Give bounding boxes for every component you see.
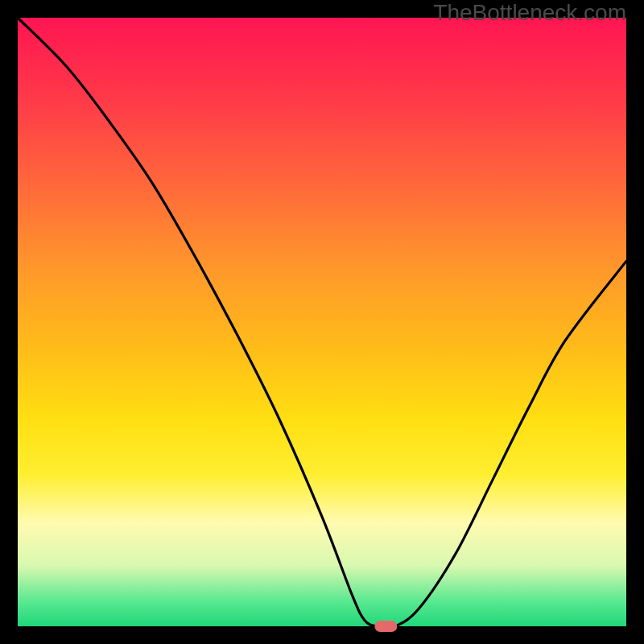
watermark-text: TheBottleneck.com xyxy=(433,0,626,26)
chart-canvas xyxy=(18,18,626,626)
curve-min-marker xyxy=(374,621,397,632)
chart-frame: TheBottleneck.com xyxy=(0,0,644,644)
bottleneck-curve xyxy=(18,18,626,628)
